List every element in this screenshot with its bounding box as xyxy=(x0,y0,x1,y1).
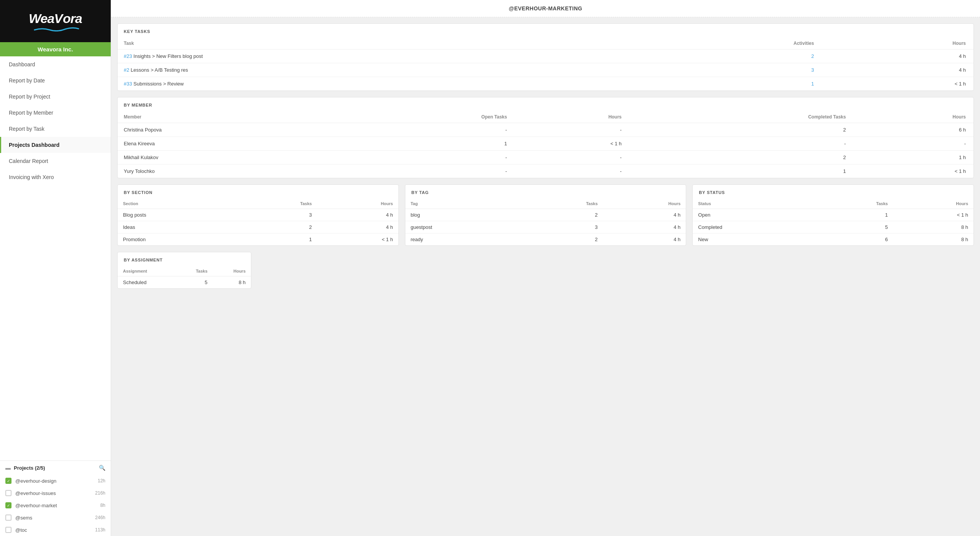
project-checkbox-3[interactable] xyxy=(5,515,11,521)
by-member-completed-tasks-3: 1 xyxy=(628,164,852,178)
key-tasks-task-2: #33 Submissions > Review xyxy=(118,77,635,91)
by-member-row-3: Yury Tolochko - - 1 < 1 h xyxy=(118,164,973,178)
by-member-col-completed-tasks: Completed Tasks xyxy=(628,111,852,123)
by-assignment-hours-0: 8 h xyxy=(213,276,251,289)
key-tasks-task-0: #23 Insights > New Filters blog post xyxy=(118,49,635,63)
project-item-3: @sems 246h xyxy=(0,511,111,524)
project-item-1: @everhour-issues 216h xyxy=(0,487,111,499)
key-tasks-task-label-2: Submissions > Review xyxy=(133,81,184,87)
project-name-3[interactable]: @sems xyxy=(15,515,91,521)
project-name-2[interactable]: @everhour-market xyxy=(15,503,97,508)
by-status-row-1: Completed 5 8 h xyxy=(693,221,973,233)
project-checkbox-0[interactable]: ✓ xyxy=(5,478,11,484)
by-tag-row-1: guestpost 3 4 h xyxy=(405,221,686,233)
project-item-0: ✓ @everhour-design 12h xyxy=(0,475,111,487)
project-checkbox-1[interactable] xyxy=(5,490,11,496)
projects-search-icon[interactable]: 🔍 xyxy=(99,465,105,471)
main-content-area: @EVERHOUR-MARKETING KEY TASKS Task Activ… xyxy=(111,0,980,536)
project-item-4: @toc 113h xyxy=(0,524,111,536)
by-tag-name-1: guestpost xyxy=(405,221,522,233)
by-section-row-1: Ideas 2 4 h xyxy=(118,221,398,233)
by-section-tasks-0: 3 xyxy=(238,209,317,221)
project-checkbox-4[interactable] xyxy=(5,527,11,533)
by-section-col-hours: Hours xyxy=(317,199,398,209)
key-tasks-card: KEY TASKS Task Activities Hours #23 Insi… xyxy=(117,23,974,91)
by-member-open-hours-3: - xyxy=(513,164,628,178)
key-tasks-activities-1: 3 xyxy=(635,63,820,77)
projects-collapse-icon[interactable]: ▬ xyxy=(5,465,11,471)
key-tasks-activities-link-0[interactable]: 2 xyxy=(811,53,814,59)
sidebar-item-report-by-date[interactable]: Report by Date xyxy=(0,72,111,89)
by-section-name-0: Blog posts xyxy=(118,209,238,221)
by-tag-col-hours: Hours xyxy=(603,199,686,209)
by-member-open-tasks-0: - xyxy=(343,123,513,137)
project-checkbox-2[interactable]: ✓ xyxy=(5,502,11,508)
by-member-open-tasks-2: - xyxy=(343,151,513,164)
projects-header: ▬ Projects (2/5) 🔍 xyxy=(0,461,111,475)
by-tag-title: BY TAG xyxy=(405,185,686,199)
by-member-completed-hours-2: 1 h xyxy=(852,151,973,164)
sidebar-item-calendar-report[interactable]: Calendar Report xyxy=(0,153,111,169)
key-tasks-title: KEY TASKS xyxy=(118,24,973,38)
by-assignment-tasks-0: 5 xyxy=(175,276,213,289)
by-member-col-completed-hours: Hours xyxy=(852,111,973,123)
by-status-col-hours: Hours xyxy=(893,199,973,209)
project-hours-4: 113h xyxy=(95,527,105,533)
by-section-hours-1: 4 h xyxy=(317,221,398,233)
by-tag-row-2: ready 2 4 h xyxy=(405,233,686,246)
key-tasks-activities-0: 2 xyxy=(635,49,820,63)
by-section-tasks-1: 2 xyxy=(238,221,317,233)
by-section-name-1: Ideas xyxy=(118,221,238,233)
by-tag-table: Tag Tasks Hours blog 2 4 h guestpost 3 4… xyxy=(405,199,686,245)
by-member-card: BY MEMBER Member Open Tasks Hours Comple… xyxy=(117,97,974,178)
sidebar-item-report-by-project[interactable]: Report by Project xyxy=(0,89,111,105)
key-tasks-col-activities: Activities xyxy=(635,38,820,49)
key-tasks-task-link-0[interactable]: #23 xyxy=(124,53,132,59)
by-status-name-2: New xyxy=(693,233,815,246)
by-member-open-tasks-1: 1 xyxy=(343,137,513,151)
project-name-0[interactable]: @everhour-design xyxy=(15,478,94,484)
key-tasks-row-0: #23 Insights > New Filters blog post 2 4… xyxy=(118,49,973,63)
project-name-4[interactable]: @toc xyxy=(15,527,91,533)
project-hours-1: 216h xyxy=(95,490,105,496)
sidebar-item-invoicing[interactable]: Invoicing with Xero xyxy=(0,169,111,185)
by-member-open-hours-1: < 1 h xyxy=(513,137,628,151)
by-section-tasks-2: 1 xyxy=(238,233,317,246)
company-selector[interactable]: Weavora Inc. xyxy=(0,42,111,56)
by-status-tasks-1: 5 xyxy=(815,221,893,233)
sidebar-item-report-by-member[interactable]: Report by Member xyxy=(0,105,111,121)
by-tag-hours-0: 4 h xyxy=(603,209,686,221)
by-assignment-row-0: Scheduled 5 8 h xyxy=(118,276,251,289)
projects-section: ▬ Projects (2/5) 🔍 ✓ @everhour-design 12… xyxy=(0,460,111,536)
by-tag-col-tasks: Tasks xyxy=(522,199,603,209)
sidebar-nav: Dashboard Report by Date Report by Proje… xyxy=(0,56,111,460)
by-section-row-0: Blog posts 3 4 h xyxy=(118,209,398,221)
project-name-1[interactable]: @everhour-issues xyxy=(15,490,91,496)
sidebar-item-report-by-task[interactable]: Report by Task xyxy=(0,121,111,137)
by-tag-hours-2: 4 h xyxy=(603,233,686,246)
by-status-col-tasks: Tasks xyxy=(815,199,893,209)
key-tasks-activities-link-1[interactable]: 3 xyxy=(811,67,814,73)
by-tag-row-0: blog 2 4 h xyxy=(405,209,686,221)
by-status-row-0: Open 1 < 1 h xyxy=(693,209,973,221)
by-member-completed-tasks-2: 2 xyxy=(628,151,852,164)
by-member-col-open-hours: Hours xyxy=(513,111,628,123)
sidebar-item-dashboard[interactable]: Dashboard xyxy=(0,56,111,72)
main-content: KEY TASKS Task Activities Hours #23 Insi… xyxy=(111,17,980,301)
by-assignment-col-tasks: Tasks xyxy=(175,266,213,276)
sidebar-item-projects-dashboard[interactable]: Projects Dashboard xyxy=(0,137,111,153)
by-section-name-2: Promotion xyxy=(118,233,238,246)
key-tasks-task-link-2[interactable]: #33 xyxy=(124,81,132,87)
by-member-name-0: Christina Popova xyxy=(118,123,343,137)
by-member-completed-hours-1: - xyxy=(852,137,973,151)
by-member-completed-tasks-0: 2 xyxy=(628,123,852,137)
key-tasks-table: Task Activities Hours #23 Insights > New… xyxy=(118,38,973,90)
by-member-col-open-tasks: Open Tasks xyxy=(343,111,513,123)
by-assignment-title: BY ASSIGNMENT xyxy=(118,252,251,266)
by-tag-name-0: blog xyxy=(405,209,522,221)
by-section-col-section: Section xyxy=(118,199,238,209)
by-assignment-table: Assignment Tasks Hours Scheduled 5 8 h xyxy=(118,266,251,288)
key-tasks-task-link-1[interactable]: #2 xyxy=(124,67,129,73)
key-tasks-activities-link-2[interactable]: 1 xyxy=(811,81,814,87)
by-section-title: BY SECTION xyxy=(118,185,398,199)
